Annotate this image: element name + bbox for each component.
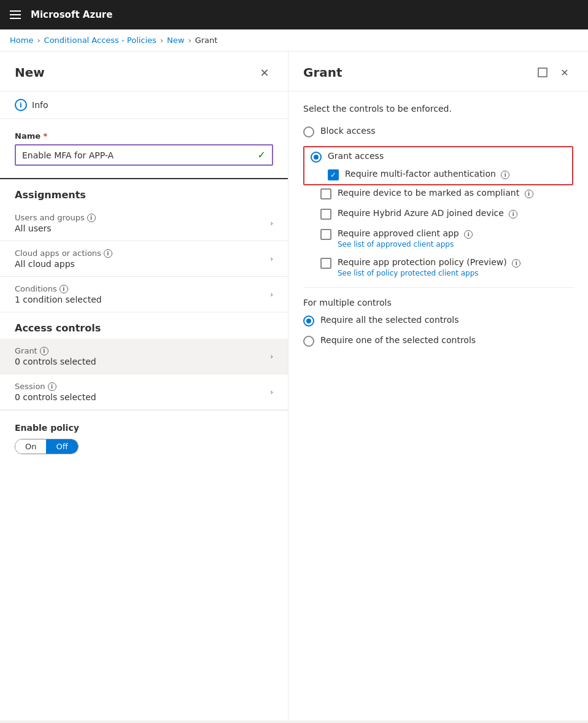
name-input[interactable]: Enable MFA for APP-A ✓ (15, 144, 273, 166)
conditions-chevron-icon: › (270, 290, 273, 299)
svg-rect-0 (538, 68, 547, 77)
block-access-label: Block access (320, 126, 376, 136)
enable-policy-section: Enable policy On Off (0, 410, 288, 466)
breadcrumb-current: Grant (195, 36, 218, 45)
require-compliant-label: Require device to be marked as compliant… (338, 188, 533, 198)
info-bar: i Info (0, 91, 288, 119)
divider (303, 287, 573, 288)
session-label: Session i (15, 382, 96, 391)
nav-item-session[interactable]: Session i 0 controls selected › (0, 374, 288, 410)
name-form-section: Name * Enable MFA for APP-A ✓ (0, 119, 288, 178)
nav-item-users-and-groups[interactable]: Users and groups i All users › (0, 206, 288, 241)
grant-label: Grant i (15, 346, 96, 355)
grant-access-radio[interactable] (311, 152, 322, 163)
grant-access-option[interactable]: Grant access (311, 151, 566, 163)
nav-item-cloud-apps[interactable]: Cloud apps or actions i All cloud apps › (0, 241, 288, 277)
require-protection-option[interactable]: Require app protection policy (Preview) … (320, 257, 573, 277)
breadcrumb-home[interactable]: Home (10, 36, 33, 45)
enable-policy-toggle[interactable]: On Off (15, 439, 79, 454)
require-approved-content: Require approved client app i See list o… (338, 228, 473, 249)
mfa-info-icon: i (501, 171, 509, 179)
block-access-option[interactable]: Block access (303, 126, 573, 137)
hamburger-menu[interactable] (10, 10, 21, 19)
conditions-value: 1 condition selected (15, 295, 102, 304)
breadcrumb-new[interactable]: New (167, 36, 184, 45)
require-one-radio[interactable] (303, 336, 314, 347)
access-controls-heading: Access controls (0, 312, 288, 339)
require-protection-content: Require app protection policy (Preview) … (338, 257, 520, 277)
require-approved-label: Require approved client app i (338, 228, 473, 238)
breadcrumb: Home › Conditional Access - Policies › N… (0, 29, 588, 52)
compliant-info-icon: i (525, 190, 533, 198)
see-protected-apps-link[interactable]: See list of policy protected client apps (338, 269, 520, 277)
require-mfa-checkbox[interactable] (328, 169, 339, 180)
conditions-info-icon: i (60, 285, 68, 293)
name-field-label: Name * (15, 131, 273, 141)
require-all-label: Require all the selected controls (320, 315, 458, 325)
require-hybrid-checkbox[interactable] (320, 209, 331, 220)
users-label: Users and groups i (15, 213, 96, 222)
nav-item-grant[interactable]: Grant i 0 controls selected › (0, 339, 288, 374)
right-panel: Grant ✕ Select the controls to be enforc… (288, 52, 588, 721)
require-one-option[interactable]: Require one of the selected controls (303, 335, 573, 347)
enable-policy-label: Enable policy (15, 423, 273, 433)
users-info-icon: i (87, 214, 96, 222)
require-protection-label: Require app protection policy (Preview) … (338, 257, 520, 267)
for-multiple-controls-label: For multiple controls (303, 298, 573, 307)
nav-item-session-content: Session i 0 controls selected (15, 382, 96, 402)
cloud-apps-label: Cloud apps or actions i (15, 249, 112, 258)
require-compliant-checkbox[interactable] (320, 188, 331, 199)
nav-item-conditions[interactable]: Conditions i 1 condition selected › (0, 277, 288, 312)
grant-access-highlighted-box: Grant access Require multi-factor authen… (303, 146, 573, 185)
see-approved-apps-link[interactable]: See list of approved client apps (338, 240, 473, 249)
require-compliant-content: Require device to be marked as compliant… (338, 188, 533, 198)
nav-item-cloud-content: Cloud apps or actions i All cloud apps (15, 249, 112, 269)
maximize-button[interactable] (534, 64, 551, 81)
right-content: Select the controls to be enforced. Bloc… (288, 91, 588, 368)
grant-chevron-icon: › (270, 352, 273, 361)
toggle-on-option[interactable]: On (15, 439, 46, 454)
session-info-icon: i (48, 382, 56, 391)
nav-item-users-content: Users and groups i All users (15, 213, 96, 233)
breadcrumb-sep-3: › (188, 36, 191, 45)
require-all-radio[interactable] (303, 315, 314, 327)
require-protection-checkbox[interactable] (320, 258, 331, 269)
toggle-off-option[interactable]: Off (46, 439, 77, 454)
subtitle: Select the controls to be enforced. (303, 104, 573, 114)
info-label: Info (32, 100, 48, 110)
require-mfa-label: Require multi-factor authentication i (345, 169, 509, 179)
require-hybrid-content: Require Hybrid Azure AD joined device i (338, 208, 517, 218)
approved-info-icon: i (464, 230, 473, 239)
require-compliant-option[interactable]: Require device to be marked as compliant… (320, 188, 573, 199)
right-panel-title: Grant (303, 65, 342, 80)
require-hybrid-option[interactable]: Require Hybrid Azure AD joined device i (320, 208, 573, 220)
require-mfa-option[interactable]: Require multi-factor authentication i (328, 169, 566, 180)
require-hybrid-label: Require Hybrid Azure AD joined device i (338, 208, 517, 218)
protection-info-icon: i (512, 259, 520, 268)
info-icon: i (15, 99, 27, 111)
require-approved-checkbox[interactable] (320, 229, 331, 240)
left-panel-close-button[interactable]: ✕ (256, 64, 273, 81)
session-value: 0 controls selected (15, 392, 96, 402)
right-panel-close-button[interactable]: ✕ (556, 64, 573, 81)
breadcrumb-sep-1: › (37, 36, 40, 45)
grant-value: 0 controls selected (15, 357, 96, 366)
main-layout: New ✕ i Info Name * Enable MFA for APP-A… (0, 52, 588, 721)
users-chevron-icon: › (270, 219, 273, 228)
conditions-label: Conditions i (15, 284, 102, 293)
cloud-apps-value: All cloud apps (15, 259, 112, 269)
block-access-radio[interactable] (303, 126, 314, 137)
require-all-option[interactable]: Require all the selected controls (303, 315, 573, 327)
required-star: * (44, 131, 48, 141)
users-value: All users (15, 223, 96, 233)
require-approved-option[interactable]: Require approved client app i See list o… (320, 228, 573, 249)
topbar: Microsoft Azure (0, 0, 588, 29)
nav-item-grant-content: Grant i 0 controls selected (15, 346, 96, 366)
breadcrumb-conditional-access[interactable]: Conditional Access - Policies (44, 36, 157, 45)
right-panel-header: Grant ✕ (288, 52, 588, 91)
cloud-apps-info-icon: i (104, 249, 112, 258)
grant-access-label: Grant access (328, 151, 384, 161)
left-panel-title: New (15, 65, 45, 80)
app-title: Microsoft Azure (31, 9, 112, 20)
right-panel-controls: ✕ (534, 64, 573, 81)
